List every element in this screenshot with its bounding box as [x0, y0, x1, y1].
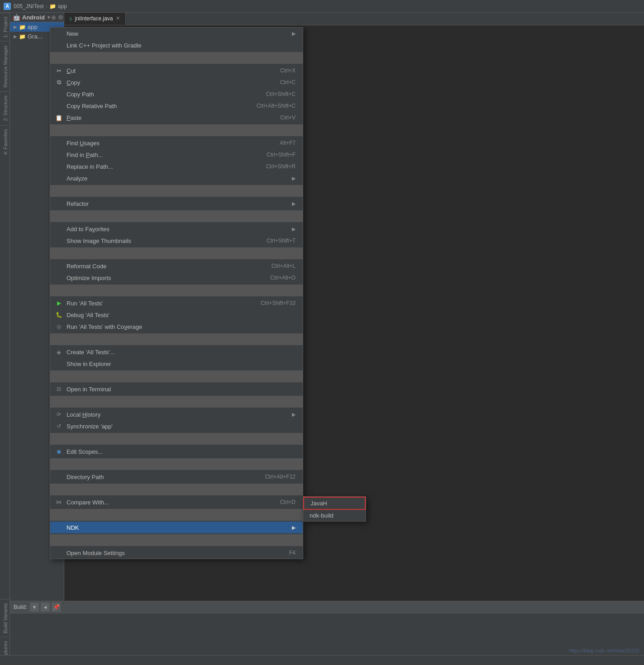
menu-label-replace-path: Replace in Path...: [67, 163, 113, 170]
menu-item-module-settings[interactable]: Open Module Settings F4: [50, 547, 303, 559]
shortcut-replace-path: Ctrl+Shift+R: [266, 163, 296, 170]
menu-label-optimize: Optimize Imports: [67, 275, 111, 281]
menu-item-debug-tests[interactable]: 🐛 Debug 'All Tests': [50, 309, 303, 321]
menu-label-module-settings: Open Module Settings: [67, 550, 125, 556]
app-label: app: [28, 24, 38, 30]
shortcut-thumbnails: Ctrl+Shift+T: [267, 238, 296, 244]
ndk-build-label: ndk-build: [310, 512, 334, 519]
menu-label-copy: Copy: [67, 79, 80, 86]
menu-label-dir-path: Directory Path: [67, 474, 104, 480]
menu-item-copy-relative-path[interactable]: Copy Relative Path Ctrl+Alt+Shift+C: [50, 100, 303, 112]
shortcut-find-usages: Alt+F7: [280, 140, 296, 146]
shortcut-copy-relative: Ctrl+Alt+Shift+C: [257, 103, 296, 109]
menu-label-refactor: Refactor: [67, 200, 89, 207]
copy-icon: ⧉: [55, 79, 63, 86]
menu-label-favorites: Add to Favorites: [67, 226, 110, 233]
menu-label-cut: Cut: [67, 67, 76, 74]
submenu-item-ndk-build[interactable]: ndk-build: [303, 510, 366, 521]
menu-label-scopes: Edit Scopes...: [67, 448, 103, 455]
menu-item-scopes[interactable]: ◉ Edit Scopes...: [50, 446, 303, 457]
shortcut-paste: Ctrl+V: [280, 114, 296, 121]
menu-item-reformat[interactable]: Reformat Code Ctrl+Alt+L: [50, 260, 303, 272]
submenu-arrow-favorites: ▶: [292, 226, 296, 232]
menu-label-thumbnails: Show Image Thumbnails: [67, 238, 131, 244]
dropdown-arrow-icon[interactable]: ▼: [47, 15, 51, 20]
separator-3: [50, 185, 303, 197]
breadcrumb-sep1: ›: [46, 3, 48, 10]
compare-icon: ⋈: [55, 499, 63, 505]
app-folder-icon: 📁: [19, 24, 26, 30]
menu-label-link-cpp: Link C++ Project with Gradle: [67, 42, 141, 49]
build-panel: Build: ▼ ◄ 📌: [10, 601, 644, 655]
watermark-text: https://blog.csdn.net/shao15232: [569, 648, 639, 653]
separator-14: [50, 534, 303, 546]
menu-item-find-path[interactable]: Find in Path... Ctrl+Shift+F: [50, 149, 303, 161]
menu-item-create-tests[interactable]: ◈ Create 'All Tests'...: [50, 346, 303, 358]
sync-icon[interactable]: ⊕: [51, 14, 56, 21]
menu-item-copy-path[interactable]: Copy Path Ctrl+Shift+C: [50, 88, 303, 100]
menu-item-thumbnails[interactable]: Show Image Thumbnails Ctrl+Shift+T: [50, 235, 303, 247]
menu-label-find-usages: Find Usages: [67, 140, 100, 147]
menu-item-optimize[interactable]: Optimize Imports Ctrl+Alt+O: [50, 272, 303, 284]
java-file-icon: c: [70, 16, 72, 21]
sidebar-item-favorites[interactable]: 4: Favorites: [0, 125, 10, 158]
tab-jni-interface[interactable]: c jniInterface.java ✕: [64, 13, 126, 25]
separator-4: [50, 210, 303, 222]
tree-arrow-icon: ▶: [14, 24, 17, 29]
android-icon: 🤖: [13, 14, 20, 21]
sidebar-item-build-variants[interactable]: Build Variants: [0, 599, 10, 637]
menu-label-local-history: Local History: [67, 411, 100, 418]
menu-item-replace-path[interactable]: Replace in Path... Ctrl+Shift+R: [50, 161, 303, 172]
shortcut-run-tests: Ctrl+Shift+F10: [261, 300, 296, 306]
sidebar-item-resource-manager[interactable]: Resource Manager: [0, 41, 10, 91]
create-icon: ◈: [55, 349, 63, 356]
separator-1: [50, 52, 303, 64]
menu-item-show-explorer[interactable]: Show in Explorer: [50, 358, 303, 370]
menu-item-copy[interactable]: ⧉ Copy Ctrl+C: [50, 76, 303, 88]
menu-item-sync[interactable]: ↺ Synchronize 'app': [50, 420, 303, 432]
menu-item-coverage[interactable]: ◎ Run 'All Tests' with Coverage: [50, 321, 303, 332]
submenu-item-javah[interactable]: JavaH: [303, 497, 366, 510]
editor-tabs: c jniInterface.java ✕: [64, 13, 644, 25]
menu-item-ndk[interactable]: NDK ▶ JavaH ndk-build: [50, 522, 303, 533]
build-toolbar-buttons: ▼ ◄ 📌: [30, 603, 61, 612]
menu-item-run-tests[interactable]: ▶ Run 'All Tests' Ctrl+Shift+F10: [50, 297, 303, 309]
menu-label-paste: Paste: [67, 114, 81, 121]
menu-label-ndk: NDK: [67, 524, 79, 531]
menu-item-compare[interactable]: ⋈ Compare With... Ctrl+D: [50, 496, 303, 508]
tab-label: jniInterface.java: [75, 15, 113, 22]
menu-item-refactor[interactable]: Refactor ▶: [50, 198, 303, 209]
pin-btn[interactable]: 📌: [52, 603, 61, 612]
menu-item-terminal[interactable]: ⊟ Open in Terminal: [50, 383, 303, 395]
menu-item-new[interactable]: New ▶: [50, 28, 303, 39]
shortcut-copy-path: Ctrl+Shift+C: [266, 91, 296, 97]
project-name: 005_JNITest: [14, 3, 44, 10]
build-btn-down[interactable]: ▼: [30, 603, 39, 612]
separator-5: [50, 247, 303, 259]
separator-10: [50, 433, 303, 445]
menu-item-dir-path[interactable]: Directory Path Ctrl+Alt+F12: [50, 471, 303, 483]
vertical-tab-strip: 1: Project Resource Manager 2: Structure…: [0, 13, 10, 665]
menu-label-copy-path: Copy Path: [67, 91, 94, 98]
separator-13: [50, 509, 303, 521]
settings-icon[interactable]: ⚙: [58, 14, 63, 21]
submenu-arrow-new: ▶: [292, 31, 296, 37]
separator-12: [50, 484, 303, 495]
menu-item-favorites[interactable]: Add to Favorites ▶: [50, 223, 303, 235]
build-btn-left[interactable]: ◄: [41, 603, 50, 612]
sidebar-item-project[interactable]: 1: Project: [0, 13, 10, 41]
menu-item-link-cpp[interactable]: Link C++ Project with Gradle: [50, 39, 303, 51]
menu-item-find-usages[interactable]: Find Usages Alt+F7: [50, 137, 303, 149]
bottom-status-bar: [0, 655, 644, 665]
tab-close-icon[interactable]: ✕: [116, 15, 120, 21]
gradle-folder-icon: 📁: [19, 33, 26, 40]
sidebar-item-structure[interactable]: 2: Structure: [0, 91, 10, 125]
menu-item-cut[interactable]: ✂ Cut Ctrl+X: [50, 65, 303, 76]
breadcrumb: 005_JNITest › 📁 app: [14, 3, 67, 10]
menu-item-analyze[interactable]: Analyze ▶: [50, 172, 303, 184]
submenu-arrow-history: ▶: [292, 412, 296, 418]
build-label: Build:: [14, 604, 27, 610]
menu-item-paste[interactable]: 📋 Paste Ctrl+V: [50, 112, 303, 124]
menu-label-analyze: Analyze: [67, 175, 87, 182]
menu-item-local-history[interactable]: ⟳ Local History ▶: [50, 408, 303, 420]
